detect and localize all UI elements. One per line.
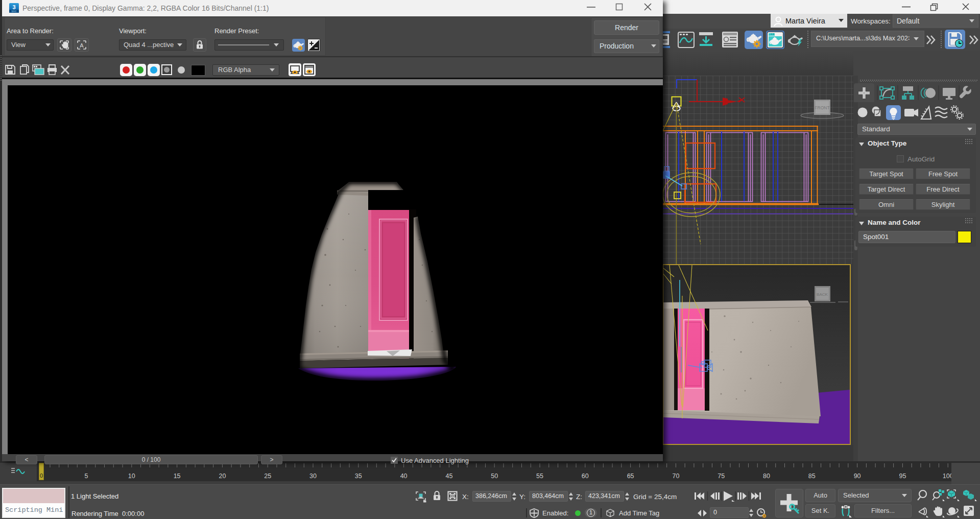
svg-text:90: 90 bbox=[854, 473, 861, 480]
svg-text:3: 3 bbox=[12, 4, 15, 10]
svg-text:45: 45 bbox=[445, 473, 452, 480]
svg-text:100: 100 bbox=[943, 473, 951, 480]
svg-text:55: 55 bbox=[536, 473, 543, 480]
svg-text:85: 85 bbox=[808, 473, 816, 480]
svg-text:BACK: BACK bbox=[817, 292, 828, 297]
svg-text:65: 65 bbox=[627, 473, 634, 480]
svg-text:95: 95 bbox=[899, 473, 906, 480]
svg-text:20: 20 bbox=[219, 473, 226, 480]
svg-text:MAX: MAX bbox=[12, 10, 17, 13]
svg-text:40: 40 bbox=[400, 473, 408, 480]
svg-text:FRONT: FRONT bbox=[815, 105, 829, 110]
svg-text:50: 50 bbox=[491, 473, 498, 480]
svg-text:10: 10 bbox=[128, 473, 135, 480]
svg-text:A: A bbox=[80, 42, 84, 49]
svg-text:70: 70 bbox=[672, 473, 679, 480]
svg-text:15: 15 bbox=[174, 473, 181, 480]
svg-text:80: 80 bbox=[763, 473, 770, 480]
svg-text:25: 25 bbox=[264, 473, 271, 480]
svg-text:75: 75 bbox=[718, 473, 725, 480]
svg-text:30: 30 bbox=[309, 473, 317, 480]
svg-text:60: 60 bbox=[582, 473, 589, 480]
svg-text:35: 35 bbox=[355, 473, 362, 480]
svg-text:5: 5 bbox=[85, 473, 88, 480]
